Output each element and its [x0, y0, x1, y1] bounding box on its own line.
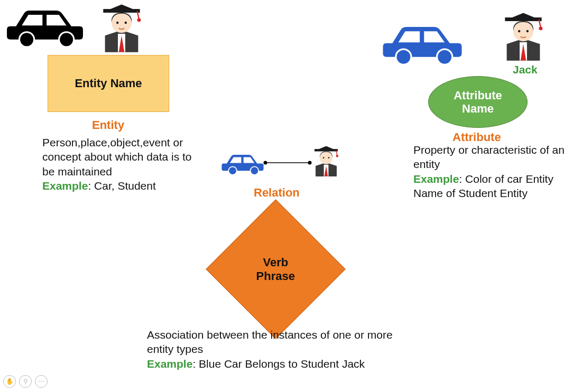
student-icon [94, 0, 149, 54]
hand-icon: ✋ [6, 378, 14, 385]
svg-point-1 [60, 33, 73, 46]
svg-rect-33 [505, 17, 541, 21]
svg-rect-8 [103, 9, 140, 13]
entity-heading: Entity [92, 118, 124, 132]
relation-diamond: VerbPhrase [206, 199, 345, 339]
relation-example-text: : Blue Car Belongs to Student Jack [192, 358, 365, 370]
svg-point-24 [336, 155, 338, 157]
entity-box-label: Entity Name [75, 77, 142, 90]
viewer-toolbar: ✋ ⚲ ⋯ [3, 375, 48, 388]
attribute-desc-text: Property or characteristic of an entity [413, 144, 565, 170]
attribute-ellipse: AttributeName [428, 76, 528, 128]
hand-tool-button[interactable]: ✋ [3, 375, 16, 388]
more-tool-button[interactable]: ⋯ [35, 375, 48, 388]
attribute-description: Property or characteristic of an entity … [413, 143, 570, 200]
svg-point-0 [20, 33, 33, 46]
entity-description: Person,place,object,event or concept abo… [42, 135, 201, 193]
relation-line [263, 161, 312, 165]
svg-point-19 [323, 157, 325, 158]
diagram-canvas: Entity Name Entity Person,place,object,e… [0, 0, 573, 392]
entity-name-box: Entity Name [48, 55, 169, 112]
zoom-tool-button[interactable]: ⚲ [19, 375, 32, 388]
attribute-example-prefix: Example [413, 173, 459, 185]
svg-point-31 [526, 30, 529, 33]
relation-desc-text: Association between the instances of one… [147, 329, 393, 355]
svg-point-6 [125, 22, 127, 24]
entity-example-text: : Car, Student [88, 180, 155, 192]
svg-point-12 [251, 167, 258, 174]
svg-point-5 [116, 22, 119, 24]
car-black-icon [3, 3, 87, 49]
more-icon: ⋯ [38, 378, 44, 385]
car-blue-small-icon [220, 150, 265, 176]
svg-point-10 [137, 18, 141, 22]
student-small-icon [309, 143, 344, 178]
relation-example-prefix: Example [147, 358, 192, 370]
zoom-icon: ⚲ [23, 378, 28, 385]
svg-point-14 [264, 161, 267, 165]
svg-point-26 [438, 50, 451, 64]
svg-point-11 [229, 167, 236, 174]
entity-example-prefix: Example [42, 180, 88, 192]
relation-diamond-label: VerbPhrase [256, 255, 295, 283]
svg-point-20 [328, 157, 330, 158]
student-jack-icon [496, 7, 551, 62]
svg-point-25 [396, 50, 410, 64]
car-blue-icon [380, 19, 465, 67]
jack-label: Jack [513, 63, 538, 76]
entity-desc-text: Person,place,object,event or concept abo… [42, 136, 192, 178]
svg-rect-22 [315, 149, 338, 151]
svg-point-30 [518, 30, 521, 33]
relation-heading: Relation [254, 186, 300, 200]
relation-description: Association between the instances of one… [147, 328, 401, 371]
svg-point-35 [539, 26, 542, 30]
attribute-ellipse-label: AttributeName [454, 89, 502, 116]
